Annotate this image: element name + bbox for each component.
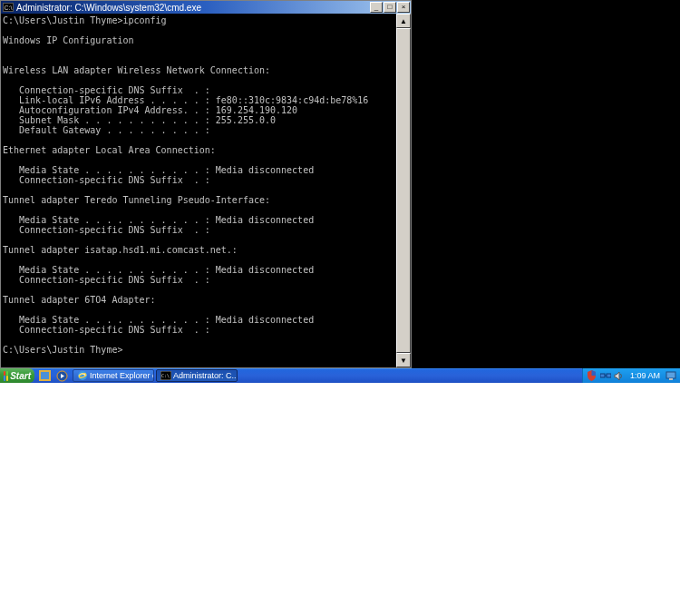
tray-desktop-icon[interactable] [665, 370, 676, 381]
taskbar-item-ie[interactable]: Internet Explorer c... [73, 369, 154, 382]
window-title: Administrator: C:\Windows\system32\cmd.e… [16, 3, 370, 13]
cmd-task-icon: C:\ [160, 370, 171, 381]
desktop-background: C:\ Administrator: C:\Windows\system32\c… [0, 0, 680, 368]
svg-rect-9 [600, 374, 605, 377]
taskbar-item-label: Internet Explorer c... [90, 371, 154, 380]
network-icon[interactable] [600, 370, 611, 381]
scroll-track[interactable] [396, 28, 411, 353]
security-shield-icon[interactable] [587, 370, 597, 381]
scrollbar[interactable]: ▲ ▼ [396, 14, 411, 367]
taskbar: Start Internet Explorer c... C:\ Adminis… [0, 368, 680, 383]
svg-text:C:\: C:\ [161, 373, 170, 378]
volume-icon[interactable] [614, 370, 625, 381]
svg-rect-13 [666, 372, 675, 378]
clock[interactable]: 1:09 AM [627, 371, 663, 380]
cmd-window: C:\ Administrator: C:\Windows\system32\c… [0, 0, 412, 368]
scroll-thumb[interactable] [396, 28, 411, 353]
show-desktop-icon[interactable] [37, 369, 52, 382]
media-player-icon[interactable] [54, 369, 69, 382]
svg-rect-0 [40, 371, 50, 380]
windows-logo-icon [4, 371, 8, 381]
taskbar-item-label: Administrator: C... [173, 371, 238, 380]
taskbar-item-cmd[interactable]: C:\ Administrator: C... [156, 369, 238, 382]
white-area [0, 383, 680, 616]
system-tray: 1:09 AM [582, 368, 680, 383]
svg-marker-12 [615, 372, 619, 380]
scroll-down-button[interactable]: ▼ [396, 353, 411, 367]
minimize-button[interactable]: _ [370, 2, 383, 13]
cmd-icon: C:\ [3, 3, 14, 12]
svg-rect-14 [669, 378, 673, 380]
quick-launch [34, 368, 72, 383]
start-label: Start [10, 371, 31, 381]
maximize-button[interactable]: □ [384, 2, 396, 13]
titlebar[interactable]: C:\ Administrator: C:\Windows\system32\c… [1, 1, 411, 14]
close-button[interactable]: × [397, 2, 410, 13]
svg-rect-10 [607, 374, 611, 377]
scroll-up-button[interactable]: ▲ [396, 14, 411, 28]
terminal-output[interactable]: C:\Users\Justin Thyme>ipconfig Windows I… [1, 14, 396, 367]
ie-icon [77, 370, 88, 381]
start-button[interactable]: Start [0, 368, 34, 383]
